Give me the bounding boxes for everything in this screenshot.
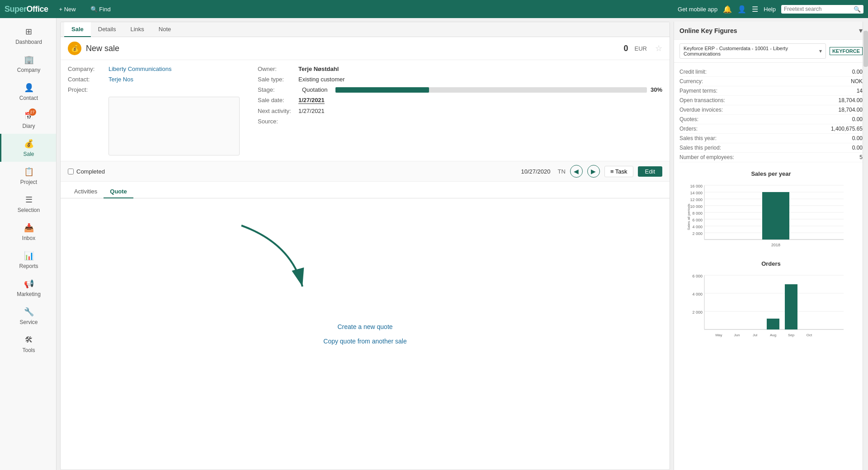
kf-label: Sales this year: (679, 135, 717, 141)
kf-label: Currency: (679, 78, 703, 85)
kf-row: Quotes:0.00 (679, 115, 863, 124)
new-button[interactable]: + New (56, 4, 80, 14)
logo-super: Super (5, 5, 27, 14)
sale-icon: 💰 (24, 138, 34, 149)
form-right: Owner: Terje Nøstdahl Sale type: Existin… (258, 66, 662, 155)
diary-icon: 📅 27 (24, 110, 34, 121)
contact-label: Contact: (68, 76, 108, 83)
svg-text:4 000: 4 000 (692, 225, 703, 229)
search-input[interactable] (784, 6, 852, 12)
svg-text:4 000: 4 000 (692, 292, 703, 296)
copy-quote-link[interactable]: Copy quote from another sale (323, 338, 406, 345)
svg-text:14 000: 14 000 (690, 191, 703, 195)
sale-amount: 0 (624, 44, 628, 53)
kf-label: Sales this period: (679, 145, 721, 151)
sidebar-item-project[interactable]: 📋 Project (0, 162, 56, 190)
kf-row: Currency:NOK (679, 77, 863, 86)
completed-label: Completed (76, 168, 105, 175)
orders-bar-chart: 6 000 4 000 2 000 May Jun (685, 271, 857, 343)
svg-text:2018: 2018 (771, 243, 780, 247)
sale-bottom-bar: Completed 10/27/2020 TN ◀ ▶ ≡ Task Edit (61, 161, 670, 182)
kf-label: Open transactions: (679, 97, 725, 103)
stage-value: Quotation (302, 86, 327, 93)
completed-checkbox-label[interactable]: Completed (68, 168, 105, 175)
kf-label: Payment terms: (679, 88, 717, 94)
sale-date-row: Sale date: 1/27/2021 (258, 97, 662, 104)
user-icon[interactable]: 👤 (737, 5, 746, 14)
sub-tab-bar: Activities Quote (61, 182, 670, 198)
sidebar-item-diary[interactable]: 📅 27 Diary (0, 106, 56, 134)
kf-label: Number of employees: (679, 154, 734, 160)
tab-note[interactable]: Note (151, 22, 178, 37)
kf-row: Payment terms:14 (679, 86, 863, 96)
orders-chart-title: Orders (679, 260, 863, 267)
nav-prev-button[interactable]: ◀ (570, 165, 583, 178)
create-quote-link[interactable]: Create a new quote (337, 323, 392, 330)
edit-button[interactable]: Edit (638, 166, 662, 177)
sidebar-item-dashboard[interactable]: ⊞ Dashboard (0, 22, 56, 50)
find-button[interactable]: 🔍 Find (87, 4, 114, 14)
sub-tab-activities[interactable]: Activities (68, 185, 104, 198)
tab-details[interactable]: Details (91, 22, 123, 37)
nav-next-button[interactable]: ▶ (587, 165, 600, 178)
tab-links[interactable]: Links (123, 22, 151, 37)
date-stamp: 10/27/2020 (521, 168, 550, 175)
collapse-icon[interactable]: ▾ (859, 26, 863, 35)
sidebar-item-marketing[interactable]: 📢 Marketing (0, 274, 56, 302)
completed-checkbox[interactable] (68, 169, 74, 174)
source-label: Source: (258, 118, 298, 125)
sub-tab-quote[interactable]: Quote (104, 185, 133, 198)
kf-row: Sales this year:0.00 (679, 134, 863, 143)
get-mobile-link[interactable]: Get mobile app (678, 6, 717, 13)
favorite-star-icon[interactable]: ☆ (655, 43, 662, 53)
kf-value: NOK (851, 78, 863, 85)
svg-text:6 000: 6 000 (692, 218, 703, 222)
sidebar-item-service[interactable]: 🔧 Service (0, 302, 56, 330)
company-link[interactable]: Liberty Communications (108, 66, 171, 72)
service-icon: 🔧 (24, 306, 34, 317)
task-button[interactable]: ≡ Task (604, 166, 633, 177)
sidebar-label-contact: Contact (19, 95, 38, 101)
sale-coin-icon: 💰 (68, 42, 81, 55)
sidebar-label-dashboard: Dashboard (15, 39, 42, 45)
tab-sale[interactable]: Sale (64, 22, 91, 37)
sale-panel: Sale Details Links Note 💰 New sale 0 EUR… (60, 22, 670, 470)
sidebar-item-reports[interactable]: 📊 Reports (0, 246, 56, 274)
svg-rect-38 (767, 319, 779, 329)
svg-text:Sales all periods: Sales all periods (687, 204, 691, 230)
inbox-icon: 📥 (24, 222, 34, 233)
sales-chart-section: Sales per year 16 000 14 000 12 000 10 0… (674, 167, 868, 257)
sale-date-label: Sale date: (258, 97, 298, 103)
sidebar-item-company[interactable]: 🏢 Company (0, 50, 56, 78)
contact-row: Contact: Terje Nos (68, 76, 240, 83)
right-panel-scrollbar[interactable] (863, 22, 868, 470)
menu-icon[interactable]: ☰ (752, 5, 758, 14)
kf-dropdown[interactable]: Keyforce ERP - Customerdata - 10001 - Li… (679, 43, 826, 59)
svg-text:6 000: 6 000 (692, 274, 703, 278)
main-layout: ⊞ Dashboard 🏢 Company 👤 Contact 📅 27 Dia… (0, 18, 868, 470)
sale-header: 💰 New sale 0 EUR ☆ (61, 37, 670, 60)
sidebar-item-tools[interactable]: 🛠 Tools (0, 330, 56, 358)
kf-label: Orders: (679, 126, 698, 132)
sidebar-item-contact[interactable]: 👤 Contact (0, 78, 56, 106)
reports-icon: 📊 (24, 250, 34, 261)
search-icon[interactable]: 🔍 (854, 6, 861, 13)
description-box[interactable] (108, 97, 240, 155)
sidebar-item-selection[interactable]: ☰ Selection (0, 190, 56, 218)
sale-currency: EUR (635, 45, 647, 52)
svg-text:2 000: 2 000 (692, 231, 703, 236)
stage-row: Stage: Quotation 30% (258, 86, 662, 93)
sidebar-item-sale[interactable]: 💰 Sale (0, 134, 56, 162)
sale-form: Company: Liberty Communications Contact:… (61, 60, 670, 161)
help-link[interactable]: Help (764, 6, 776, 13)
kf-row: Sales this period:0.00 (679, 143, 863, 153)
svg-text:Jul: Jul (752, 333, 757, 337)
kf-label: Quotes: (679, 116, 698, 122)
dashboard-icon: ⊞ (24, 26, 34, 37)
kf-value: 0.00 (852, 135, 863, 141)
sidebar-item-inbox[interactable]: 📥 Inbox (0, 218, 56, 246)
company-label: Company: (68, 66, 108, 72)
sidebar-label-service: Service (19, 319, 38, 325)
notifications-icon[interactable]: 🔔 (723, 5, 732, 14)
contact-link[interactable]: Terje Nos (108, 76, 133, 83)
